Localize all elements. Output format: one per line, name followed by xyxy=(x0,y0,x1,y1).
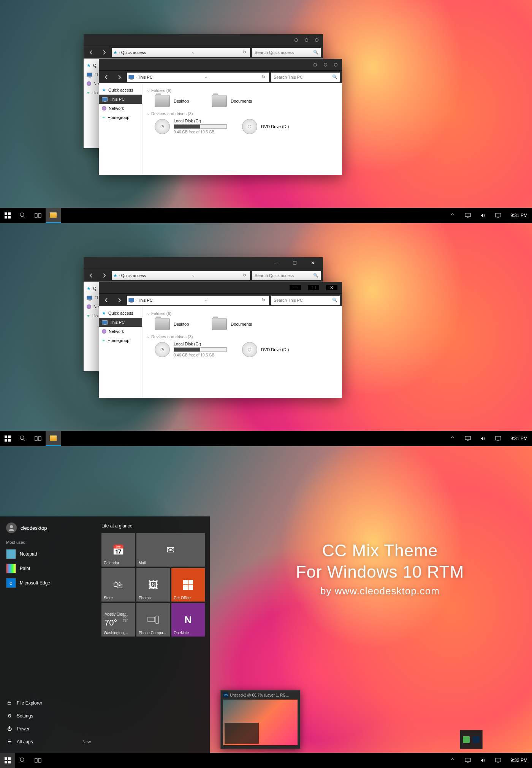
tray-chevron-icon[interactable]: ⌃ xyxy=(445,208,460,223)
minimize-button[interactable]: — xyxy=(290,285,301,290)
refresh-icon[interactable]: ↻ xyxy=(260,74,268,79)
volume-tray-icon[interactable] xyxy=(475,208,491,223)
user-account[interactable]: cleodesktop xyxy=(0,521,97,538)
folder-desktop[interactable]: Desktop xyxy=(155,318,189,330)
sidebar-item-homegroup[interactable]: ⚭Homegroup xyxy=(99,113,142,122)
drive-local[interactable]: ◔ Local Disk (C:) 9.46 GB free of 19.5 G… xyxy=(155,118,227,135)
explorer-taskbar-icon[interactable] xyxy=(46,431,61,446)
file-explorer-button[interactable]: 🗀File Explorer xyxy=(0,697,97,709)
app-paint[interactable]: Paint xyxy=(0,561,97,576)
tile-mail[interactable]: ✉Mail xyxy=(136,533,205,567)
back-button[interactable] xyxy=(101,295,112,306)
drive-dvd[interactable]: ◎ DVD Drive (D:) xyxy=(242,118,289,135)
power-button[interactable]: ⏻Power xyxy=(0,722,97,735)
forward-button[interactable] xyxy=(99,47,109,58)
tile-calendar[interactable]: 📅Calendar xyxy=(101,533,135,567)
sidebar-item-quickaccess[interactable]: ★Quick access xyxy=(99,86,142,95)
sidebar-item-quickaccess[interactable]: ★Quick access xyxy=(99,309,142,318)
all-apps-button[interactable]: ☰All apps New xyxy=(0,735,97,748)
network-tray-icon[interactable] xyxy=(460,431,475,446)
taskbar[interactable]: ⌃ 9:32 PM xyxy=(0,753,532,768)
tile-onenote[interactable]: NOneNote xyxy=(171,603,205,637)
titlebar[interactable]: — ☐ ✕ xyxy=(99,282,342,293)
folders-header[interactable]: ⌵Folders (6) xyxy=(147,88,337,93)
explorer-thispc-front[interactable]: — ☐ ✕ › This PC ⌵ ↻ Search This PC 🔍 ★Qu… xyxy=(99,282,342,398)
drive-dvd[interactable]: ◎ DVD Drive (D:) xyxy=(242,341,289,358)
search-input[interactable]: Search This PC 🔍 xyxy=(271,73,340,82)
search-input[interactable]: Search Quick access 🔍 xyxy=(252,271,321,280)
photoshop-thumbnail[interactable]: Ps Untitled-2 @ 66.7% (Layer 1, RG... xyxy=(220,690,300,749)
clock[interactable]: 9:31 PM xyxy=(506,213,532,218)
titlebar[interactable]: — ☐ ✕ xyxy=(84,257,323,269)
sidebar-item-thispc[interactable]: This PC xyxy=(99,95,142,104)
explorer-thispc-front[interactable]: › This PC ⌵ ↻ Search This PC 🔍 ★Quick ac… xyxy=(99,59,342,175)
search-icon[interactable]: 🔍 xyxy=(332,74,337,79)
titlebar[interactable] xyxy=(84,34,323,46)
maximize-button[interactable]: ☐ xyxy=(308,285,319,290)
app-edge[interactable]: eMicrosoft Edge xyxy=(0,576,97,590)
tile-phone[interactable]: Phone Compa... xyxy=(136,603,170,637)
taskbar[interactable]: ⌃ 9:31 PM xyxy=(0,431,532,446)
taskbar[interactable]: ⌃ 9:31 PM xyxy=(0,208,532,223)
search-button[interactable] xyxy=(15,431,30,446)
folders-header[interactable]: ⌵Folders (6) xyxy=(147,311,337,316)
forward-button[interactable] xyxy=(114,295,125,306)
tile-office[interactable]: Get Office xyxy=(171,568,205,602)
refresh-icon[interactable]: ↻ xyxy=(241,273,249,278)
start-button[interactable] xyxy=(0,753,15,768)
search-button[interactable] xyxy=(15,208,30,223)
forward-button[interactable] xyxy=(99,270,109,281)
dropdown-icon[interactable]: ⌵ xyxy=(190,50,197,55)
dropdown-icon[interactable]: ⌵ xyxy=(190,273,197,278)
maximize-button[interactable]: ☐ xyxy=(289,260,300,266)
back-button[interactable] xyxy=(86,47,97,58)
search-icon[interactable]: 🔍 xyxy=(313,50,318,55)
tray-chevron-icon[interactable]: ⌃ xyxy=(445,431,460,446)
app-notepad[interactable]: Notepad xyxy=(0,547,97,561)
close-button[interactable]: ✕ xyxy=(307,260,318,266)
folder-documents[interactable]: Documents xyxy=(212,318,252,330)
volume-tray-icon[interactable] xyxy=(475,753,491,768)
sidebar-item-homegroup[interactable]: ⚭Homegroup xyxy=(99,336,142,345)
action-center-icon[interactable] xyxy=(491,431,506,446)
sidebar-item-network[interactable]: Network xyxy=(99,104,142,113)
tray-app-icon[interactable] xyxy=(463,736,470,743)
devices-header[interactable]: ⌵Devices and drives (3) xyxy=(147,334,337,339)
minimize-icon[interactable] xyxy=(294,38,298,42)
address-bar[interactable]: ★ › Quick access ⌵ ↻ xyxy=(112,271,250,280)
minimize-icon[interactable] xyxy=(314,63,317,67)
start-menu[interactable]: cleodesktop Most used Notepad Paint eMic… xyxy=(0,516,210,753)
back-button[interactable] xyxy=(86,270,97,281)
maximize-icon[interactable] xyxy=(305,38,308,42)
address-bar[interactable]: › This PC ⌵ ↻ xyxy=(127,296,269,305)
search-icon[interactable]: 🔍 xyxy=(313,273,318,278)
dropdown-icon[interactable]: ⌵ xyxy=(203,74,210,79)
back-button[interactable] xyxy=(101,72,112,82)
close-button[interactable]: ✕ xyxy=(326,285,337,290)
sidebar-item-network[interactable]: Network xyxy=(99,327,142,336)
folder-desktop[interactable]: Desktop xyxy=(155,95,189,107)
action-center-icon[interactable] xyxy=(491,208,506,223)
devices-header[interactable]: ⌵Devices and drives (3) xyxy=(147,111,337,116)
tile-store[interactable]: 🛍Store xyxy=(101,568,135,602)
tray-app-icon[interactable] xyxy=(473,736,480,743)
sidebar-item-thispc[interactable]: This PC xyxy=(99,318,142,327)
tray-flyout[interactable] xyxy=(460,730,483,749)
refresh-icon[interactable]: ↻ xyxy=(260,298,268,302)
clock[interactable]: 9:31 PM xyxy=(506,436,532,441)
folder-documents[interactable]: Documents xyxy=(212,95,252,107)
start-button[interactable] xyxy=(0,431,15,446)
start-button[interactable] xyxy=(0,208,15,223)
network-tray-icon[interactable] xyxy=(460,208,475,223)
address-bar[interactable]: › This PC ⌵ ↻ xyxy=(127,73,269,82)
search-button[interactable] xyxy=(15,753,30,768)
action-center-icon[interactable] xyxy=(491,753,506,768)
address-bar[interactable]: ★ › Quick access ⌵ ↻ xyxy=(112,48,250,57)
search-input[interactable]: Search This PC 🔍 xyxy=(271,296,340,305)
close-icon[interactable] xyxy=(315,38,318,42)
drive-local[interactable]: ◔ Local Disk (C:) 9.46 GB free of 19.5 G… xyxy=(155,341,227,358)
volume-tray-icon[interactable] xyxy=(475,431,491,446)
tile-photos[interactable]: 🖼Photos xyxy=(136,568,170,602)
explorer-taskbar-icon[interactable] xyxy=(46,208,61,223)
taskview-button[interactable] xyxy=(30,753,46,768)
